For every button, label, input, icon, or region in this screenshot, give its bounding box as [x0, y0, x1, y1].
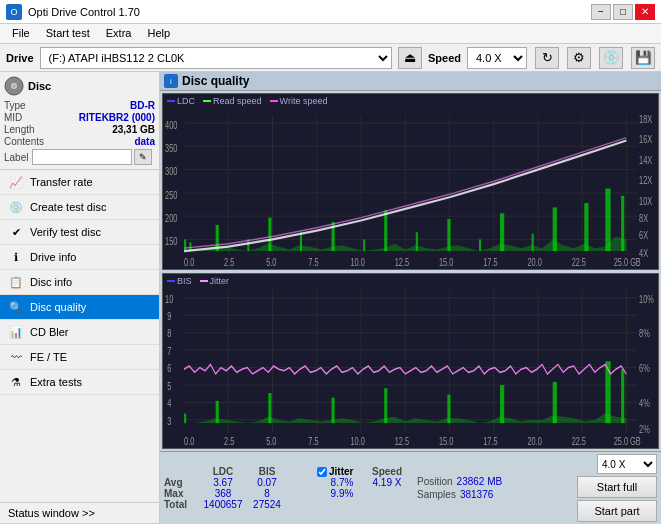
- svg-text:10%: 10%: [639, 291, 654, 304]
- chart2-svg: 10 9 8 7 6 5 4 3 10% 8% 6% 4% 2% 0.0 2: [163, 274, 658, 449]
- menu-start-test[interactable]: Start test: [38, 26, 98, 41]
- jitter-check-cell: Jitter: [317, 466, 367, 477]
- disc-quality-icon: 🔍: [8, 299, 24, 315]
- svg-text:15.0: 15.0: [439, 256, 453, 267]
- save-button[interactable]: 💾: [631, 47, 655, 69]
- start-part-button[interactable]: Start part: [577, 500, 657, 522]
- legend-bis: BIS: [167, 276, 192, 286]
- position-value: 23862 MB: [457, 476, 503, 487]
- disc-length-row: Length 23,31 GB: [4, 124, 155, 135]
- svg-rect-19: [184, 239, 186, 251]
- position-row: Position 23862 MB: [417, 476, 573, 487]
- max-bis: 8: [247, 488, 287, 499]
- minimize-button[interactable]: −: [591, 4, 611, 20]
- sidebar-item-disc-quality[interactable]: 🔍 Disc quality: [0, 295, 159, 320]
- menu-file[interactable]: File: [4, 26, 38, 41]
- create-test-disc-icon: 💿: [8, 199, 24, 215]
- svg-text:5.0: 5.0: [266, 256, 276, 267]
- sidebar-item-drive-info[interactable]: ℹ Drive info: [0, 245, 159, 270]
- svg-text:7.5: 7.5: [308, 256, 318, 267]
- disc-title: Disc: [28, 80, 51, 92]
- svg-text:3: 3: [167, 414, 171, 427]
- menubar: File Start test Extra Help: [0, 24, 661, 44]
- svg-text:9: 9: [167, 309, 171, 322]
- label-apply-button[interactable]: ✎: [134, 149, 152, 165]
- burn-button[interactable]: 💿: [599, 47, 623, 69]
- ldc-dot: [167, 100, 175, 102]
- svg-text:8: 8: [167, 326, 171, 339]
- max-jitter: 9.9%: [317, 488, 367, 499]
- speed-dropdown[interactable]: 4.0 X: [597, 454, 657, 474]
- svg-text:200: 200: [165, 213, 177, 224]
- sidebar-item-disc-info[interactable]: 📋 Disc info: [0, 270, 159, 295]
- eject-button[interactable]: ⏏: [398, 47, 422, 69]
- svg-text:400: 400: [165, 120, 177, 131]
- disc-type-value: BD-R: [130, 100, 155, 111]
- svg-text:20.0: 20.0: [527, 256, 541, 267]
- avg-bis: 0.07: [247, 477, 287, 488]
- chart1-legend: LDC Read speed Write speed: [167, 96, 327, 106]
- svg-text:250: 250: [165, 190, 177, 201]
- sidebar-item-label-transfer-rate: Transfer rate: [30, 176, 93, 188]
- svg-text:25.0 GB: 25.0 GB: [614, 256, 641, 267]
- svg-rect-35: [605, 189, 610, 252]
- jitter-checkbox[interactable]: [317, 467, 327, 477]
- sidebar-item-label-disc-quality: Disc quality: [30, 301, 86, 313]
- svg-text:18X: 18X: [639, 114, 652, 125]
- menu-help[interactable]: Help: [139, 26, 178, 41]
- sidebar-item-label-cd-bler: CD Bler: [30, 326, 69, 338]
- svg-text:300: 300: [165, 166, 177, 177]
- sidebar-item-create-test-disc[interactable]: 💿 Create test disc: [0, 195, 159, 220]
- svg-text:4%: 4%: [639, 396, 650, 409]
- disc-info-icon: 📋: [8, 274, 24, 290]
- max-ldc: 368: [199, 488, 247, 499]
- sidebar-item-fe-te[interactable]: 〰 FE / TE: [0, 345, 159, 370]
- refresh-icon: ↻: [542, 50, 553, 65]
- app-icon: O: [6, 4, 22, 20]
- sidebar: Disc Type BD-R MID RITEKBR2 (000) Length…: [0, 72, 160, 524]
- dq-icon: i: [164, 74, 178, 88]
- svg-text:150: 150: [165, 236, 177, 247]
- speed-label: Speed: [428, 52, 461, 64]
- speed-stat-header: Speed: [367, 466, 407, 477]
- refresh-button[interactable]: ↻: [535, 47, 559, 69]
- label-label: Label: [4, 152, 28, 163]
- chart1: LDC Read speed Write speed: [162, 93, 659, 270]
- sidebar-item-verify-test-disc[interactable]: ✔ Verify test disc: [0, 220, 159, 245]
- maximize-button[interactable]: □: [613, 4, 633, 20]
- disc-panel: Disc Type BD-R MID RITEKBR2 (000) Length…: [0, 72, 159, 170]
- svg-rect-81: [184, 413, 186, 423]
- disc-type-row: Type BD-R: [4, 100, 155, 111]
- legend-write-speed: Write speed: [270, 96, 328, 106]
- app-title: Opti Drive Control 1.70: [28, 6, 140, 18]
- svg-text:2.5: 2.5: [224, 434, 234, 447]
- svg-rect-30: [479, 239, 481, 251]
- sidebar-item-cd-bler[interactable]: 📊 CD Bler: [0, 320, 159, 345]
- menu-extra[interactable]: Extra: [98, 26, 140, 41]
- disc-type-label: Type: [4, 100, 26, 111]
- drive-select[interactable]: (F:) ATAPI iHBS112 2 CL0K: [40, 47, 392, 69]
- start-full-button[interactable]: Start full: [577, 476, 657, 498]
- svg-text:7: 7: [167, 344, 171, 357]
- jitter-dot: [200, 280, 208, 282]
- speed-select[interactable]: 4.0 X: [467, 47, 527, 69]
- svg-text:10.0: 10.0: [350, 256, 364, 267]
- legend-jitter: Jitter: [200, 276, 230, 286]
- svg-rect-89: [605, 361, 610, 423]
- sidebar-item-transfer-rate[interactable]: 📈 Transfer rate: [0, 170, 159, 195]
- settings-button[interactable]: ⚙: [567, 47, 591, 69]
- fe-te-icon: 〰: [8, 349, 24, 365]
- svg-rect-90: [621, 369, 624, 423]
- burn-icon: 💿: [603, 50, 620, 65]
- drivebar: Drive (F:) ATAPI iHBS112 2 CL0K ⏏ Speed …: [0, 44, 661, 72]
- avg-ldc: 3.67: [199, 477, 247, 488]
- close-button[interactable]: ✕: [635, 4, 655, 20]
- svg-rect-85: [384, 388, 387, 423]
- dq-header: i Disc quality: [160, 72, 661, 91]
- sidebar-item-label-fe-te: FE / TE: [30, 351, 67, 363]
- status-window-button[interactable]: Status window >>: [0, 503, 159, 524]
- dq-title: Disc quality: [182, 74, 249, 88]
- action-section: 4.0 X Start full Start part: [577, 454, 657, 522]
- sidebar-item-extra-tests[interactable]: ⚗ Extra tests: [0, 370, 159, 395]
- label-input[interactable]: [32, 149, 132, 165]
